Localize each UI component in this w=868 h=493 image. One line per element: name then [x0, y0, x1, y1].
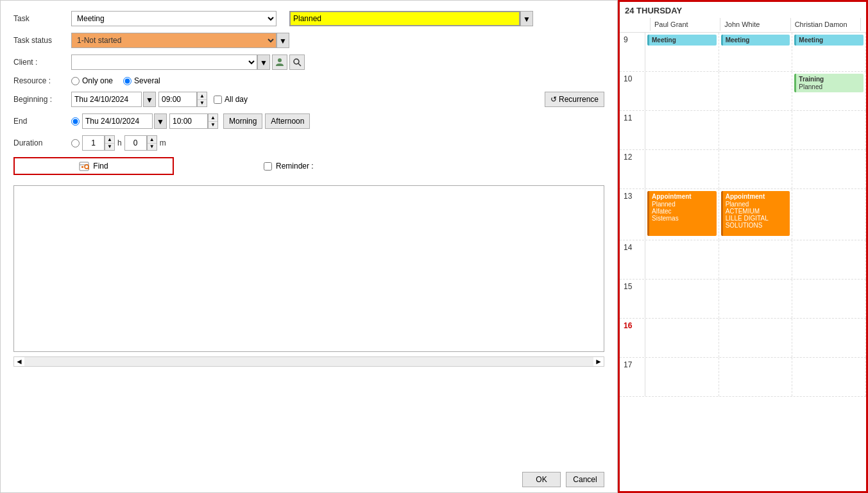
cal-col-paul: Paul Grant [651, 18, 720, 31]
cal-cell-10-john[interactable] [719, 72, 793, 110]
beginning-date-dropdown[interactable]: ▼ [143, 92, 156, 107]
end-time-input[interactable] [169, 113, 208, 129]
beginning-time-input[interactable] [158, 92, 197, 107]
calendar-date-title: 24 THURSDAY [625, 6, 861, 15]
beginning-time-down[interactable]: ▼ [198, 100, 207, 107]
cal-cell-12-john[interactable] [719, 150, 793, 188]
task-select[interactable]: Meeting [71, 11, 277, 26]
duration-m-spinner[interactable]: ▲ ▼ [147, 135, 157, 151]
cal-cell-14-christian[interactable] [792, 240, 866, 279]
cal-cell-14-paul[interactable] [645, 240, 719, 279]
cal-col-christian: Christian Damon [791, 18, 861, 31]
scroll-left-arrow[interactable]: ◄ [14, 357, 24, 366]
end-radio[interactable] [71, 117, 80, 126]
duration-h-label: h [117, 138, 122, 147]
cal-cell-11-john[interactable] [719, 111, 793, 149]
reminder-checkbox[interactable] [264, 162, 272, 171]
cal-cell-9-paul[interactable]: Meeting [645, 33, 719, 71]
allday-label[interactable]: All day [214, 95, 248, 104]
svg-line-7 [89, 169, 90, 170]
task-status-dropdown-arrow[interactable]: ▼ [277, 33, 289, 48]
resource-several-radio[interactable] [123, 77, 132, 85]
cal-cell-13-christian[interactable] [792, 189, 866, 240]
cal-cell-15-paul[interactable] [645, 280, 719, 318]
end-time-down[interactable]: ▼ [208, 122, 217, 129]
cal-event-meeting-paul[interactable]: Meeting [647, 35, 717, 46]
cal-cell-15-john[interactable] [719, 280, 793, 318]
cal-cell-17-christian[interactable] [792, 358, 866, 396]
ok-button[interactable]: OK [522, 472, 561, 487]
end-time-spinner[interactable]: ▲ ▼ [208, 113, 218, 129]
find-calendar-icon [79, 161, 89, 171]
client-person-button[interactable] [272, 54, 287, 70]
end-date-input[interactable] [82, 113, 153, 129]
client-search-button[interactable] [289, 54, 305, 70]
duration-label: Duration [13, 138, 71, 147]
status-dropdown-arrow[interactable]: ▼ [520, 11, 533, 26]
beginning-date-input[interactable] [71, 92, 142, 107]
cancel-button[interactable]: Cancel [566, 472, 604, 487]
duration-h-up[interactable]: ▲ [105, 136, 114, 144]
duration-h-spinner[interactable]: ▲ ▼ [105, 135, 115, 151]
duration-radio[interactable] [71, 139, 80, 147]
end-label: End [13, 117, 71, 126]
cal-cell-16-christian[interactable] [792, 319, 866, 357]
cal-cell-16-paul[interactable] [645, 319, 719, 357]
cal-row-12: 12 [620, 150, 866, 189]
svg-rect-5 [81, 166, 83, 168]
calendar-body[interactable]: 9 Meeting Meeting Meeting [620, 33, 866, 491]
cal-cell-11-paul[interactable] [645, 111, 719, 149]
client-dropdown-arrow[interactable]: ▼ [257, 54, 270, 70]
cal-cell-17-john[interactable] [719, 358, 793, 396]
cal-event-meeting-christian[interactable]: Meeting [794, 35, 864, 46]
duration-m-down[interactable]: ▼ [148, 144, 157, 151]
cal-event-meeting-john[interactable]: Meeting [721, 35, 790, 46]
scroll-right-arrow[interactable]: ► [593, 357, 604, 366]
svg-rect-3 [80, 162, 89, 171]
bottom-scrollbar[interactable]: ◄ ► [13, 356, 604, 367]
cal-event-appointment-paul[interactable]: Appointment PlannedAlfatecSisternas [647, 191, 717, 236]
cal-cell-13-paul[interactable]: Appointment PlannedAlfatecSisternas [645, 189, 719, 240]
cal-cell-13-john[interactable]: Appointment PlannedACTEMIUMLILLE DIGITAL… [719, 189, 793, 240]
resource-only-one-radio[interactable] [71, 77, 80, 85]
cal-row-14: 14 [620, 240, 866, 280]
duration-h-input[interactable] [82, 135, 105, 151]
cal-event-training-christian[interactable]: Training Planned [794, 74, 864, 92]
cal-cell-15-christian[interactable] [792, 280, 866, 318]
cal-cell-14-john[interactable] [719, 240, 793, 279]
svg-point-1 [294, 59, 299, 64]
end-date-dropdown[interactable]: ▼ [154, 113, 167, 129]
cal-row-17: 17 [620, 358, 866, 397]
cal-cell-16-john[interactable] [719, 319, 793, 357]
task-status-select[interactable]: 1-Not started [71, 33, 277, 48]
notes-textarea[interactable] [13, 185, 604, 352]
status-input[interactable] [289, 11, 520, 26]
cal-event-appointment-john[interactable]: Appointment PlannedACTEMIUMLILLE DIGITAL… [721, 191, 790, 236]
morning-button[interactable]: Morning [223, 113, 262, 129]
afternoon-button[interactable]: Afternoon [265, 113, 310, 129]
cal-time-16: 16 [620, 319, 645, 357]
cal-cell-10-paul[interactable] [645, 72, 719, 110]
end-time-up[interactable]: ▲ [208, 114, 217, 122]
allday-checkbox[interactable] [214, 96, 222, 104]
beginning-time-spinner[interactable]: ▲ ▼ [197, 92, 207, 107]
find-button[interactable]: Find [13, 157, 174, 175]
bottom-buttons: OK Cancel [522, 472, 604, 487]
resource-only-one-label[interactable]: Only one [71, 76, 113, 85]
resource-several-label[interactable]: Several [123, 76, 160, 85]
duration-m-up[interactable]: ▲ [148, 136, 157, 144]
duration-h-down[interactable]: ▼ [105, 144, 114, 151]
cal-cell-12-christian[interactable] [792, 150, 866, 188]
cal-cell-9-christian[interactable]: Meeting [792, 33, 866, 71]
duration-m-input[interactable] [124, 135, 147, 151]
cal-row-13: 13 Appointment PlannedAlfatecSisternas A… [620, 189, 866, 240]
cal-row-16: 16 [620, 319, 866, 358]
beginning-time-up[interactable]: ▲ [198, 92, 207, 100]
recurrence-button[interactable]: ↺ Recurrence [545, 92, 604, 107]
cal-cell-17-paul[interactable] [645, 358, 719, 396]
client-select[interactable] [71, 54, 257, 70]
cal-cell-11-christian[interactable] [792, 111, 866, 149]
cal-cell-10-christian[interactable]: Training Planned [792, 72, 866, 110]
cal-cell-12-paul[interactable] [645, 150, 719, 188]
cal-cell-9-john[interactable]: Meeting [719, 33, 793, 71]
